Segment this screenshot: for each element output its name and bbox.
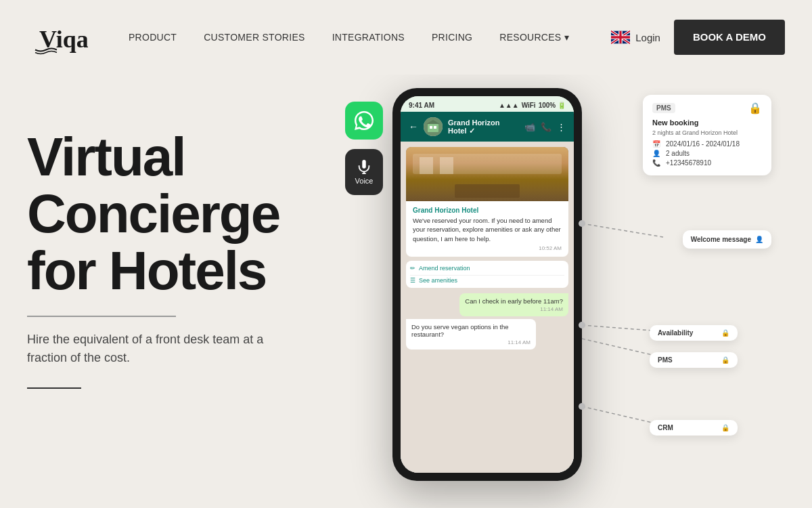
phone-screen: 9:41 AM ▲▲▲ WiFi 100% 🔋 ← [401, 96, 574, 473]
booking-phone: +12345678910 [666, 159, 711, 167]
welcome-text: We've reserved your room. If you need to… [413, 216, 562, 243]
hero-section: Virtual Concierge for Hotels Hire the eq… [0, 75, 812, 508]
person-icon: 👤 [755, 236, 763, 243]
guests-icon: 👤 [652, 150, 662, 157]
hotel-name-container: Grand Horizon Hotel ✓ [448, 119, 519, 135]
phone-icon: 📞 [652, 159, 662, 167]
voice-icon-button[interactable]: Voice [345, 149, 383, 195]
booking-date-row: 📅 2024/01/16 - 2024/01/18 [652, 140, 762, 148]
pms-new-booking-card: PMS 🔒 New booking 2 nights at Grand Hori… [643, 95, 771, 175]
nav-resources[interactable]: RESOURCES ▾ [499, 32, 569, 43]
phone-chat-header: ← Grand Horizon Hotel ✓ [401, 112, 574, 142]
welcome-hotel-name: Grand Horizon Hotel [413, 207, 562, 214]
svg-rect-3 [428, 124, 438, 132]
language-login[interactable]: Login [611, 30, 660, 44]
user-message-1-text: Can I check in early before 11am? [465, 297, 563, 305]
svg-rect-5 [434, 126, 436, 129]
back-arrow-icon[interactable]: ← [409, 121, 418, 132]
welcome-message-card: Welcome message 👤 [683, 230, 771, 249]
lock-icon-2: 🔒 [721, 329, 729, 337]
nav-integrations[interactable]: INTEGRATIONS [332, 32, 405, 43]
bot-bubble-1: Do you serve vegan options in the restau… [406, 319, 536, 350]
see-amenities-btn[interactable]: ☰ See amenities [410, 275, 564, 285]
status-icons: ▲▲▲ WiFi 100% 🔋 [499, 102, 566, 109]
chat-body[interactable]: Grand Horizon Hotel We've reserved your … [401, 142, 574, 473]
lock-icon-3: 🔒 [721, 356, 729, 364]
lock-icon-4: 🔒 [721, 424, 729, 431]
lock-icon: 🔒 [748, 102, 762, 114]
amenities-icon: ☰ [410, 277, 415, 284]
phone-time: 9:41 AM [409, 102, 434, 109]
hero-text: Virtual Concierge for Hotels Hire the eq… [27, 88, 338, 508]
svg-rect-4 [430, 126, 432, 129]
hero-title-line2: Concierge [27, 184, 279, 244]
scroll-line [27, 387, 81, 389]
booking-guests: 2 adults [666, 150, 690, 157]
nav-right: Login BOOK A DEMO [611, 20, 785, 55]
bot-message-1: Do you serve vegan options in the restau… [406, 319, 568, 350]
action-buttons: ✏ Amend reservation ☰ See amenities [406, 261, 568, 288]
booking-phone-row: 📞 +12345678910 [652, 159, 762, 167]
new-booking-title: New booking [652, 119, 762, 127]
hotel-name-header: Grand Horizon Hotel ✓ [448, 119, 519, 135]
logo-svg: Viqal [27, 17, 88, 58]
hero-visual: Voice 9:41 AM ▲▲▲ WiFi 100% 🔋 [338, 88, 785, 508]
crm-card-wrapper: CRM 🔒 [650, 420, 738, 436]
more-icon[interactable]: ⋮ [557, 122, 566, 132]
booking-date: 2024/01/16 - 2024/01/18 [666, 140, 740, 148]
card-header: PMS 🔒 [652, 102, 762, 114]
logo-link[interactable]: Viqal [27, 17, 88, 58]
phone-call-icon[interactable]: 📞 [541, 122, 551, 132]
welcome-bubble: Grand Horizon Hotel We've reserved your … [406, 201, 568, 257]
welcome-msg-card-wrapper: Welcome message 👤 [683, 230, 771, 249]
phone-frame: 9:41 AM ▲▲▲ WiFi 100% 🔋 ← [392, 88, 582, 481]
new-booking-subtitle: 2 nights at Grand Horizon Hotel [652, 129, 762, 136]
amend-reservation-btn[interactable]: ✏ Amend reservation [410, 263, 564, 273]
nav-pricing[interactable]: PRICING [432, 32, 472, 43]
phone-status-bar: 9:41 AM ▲▲▲ WiFi 100% 🔋 [401, 96, 574, 112]
voice-label: Voice [355, 177, 374, 185]
nav-product[interactable]: PRODUCT [129, 32, 177, 43]
visual-container: Voice 9:41 AM ▲▲▲ WiFi 100% 🔋 [338, 88, 785, 508]
bot-message-1-text: Do you serve vegan options in the restau… [411, 323, 531, 338]
hero-subtitle: Hire the equivalent of a front desk team… [27, 331, 298, 367]
user-message-1-time: 11:14 AM [465, 306, 563, 312]
scroll-button[interactable] [27, 387, 338, 389]
crm-card: CRM 🔒 [650, 420, 738, 436]
availability-card-wrapper: Availability 🔒 [650, 325, 738, 341]
whatsapp-icon[interactable] [345, 102, 383, 140]
amend-label: Amend reservation [419, 265, 470, 272]
book-demo-button[interactable]: BOOK A DEMO [674, 20, 785, 55]
nav-customer-stories[interactable]: CUSTOMER STORIES [204, 32, 304, 43]
hero-divider [27, 316, 176, 317]
header-icons: 📹 📞 ⋮ [524, 122, 566, 132]
login-text[interactable]: Login [635, 32, 660, 43]
availability-card: Availability 🔒 [650, 325, 738, 341]
svg-line-7 [582, 224, 663, 237]
amenities-label: See amenities [419, 277, 457, 284]
bot-message-1-time: 11:14 AM [411, 339, 531, 345]
availability-text: Availability [658, 329, 693, 337]
welcome-msg-text: Welcome message [691, 236, 751, 243]
hero-title-line1: Virtual [27, 127, 185, 187]
hotel-avatar [424, 117, 443, 136]
crm-text: CRM [658, 424, 673, 431]
new-booking-card: PMS 🔒 New booking 2 nights at Grand Hori… [643, 95, 771, 175]
user-message-1: Can I check in early before 11am? 11:14 … [406, 293, 568, 316]
hotel-image [406, 147, 568, 201]
hero-title-line3: for Hotels [27, 240, 266, 301]
pms-badge-1: PMS [652, 103, 675, 113]
hotel-message-bubble: Grand Horizon Hotel We've reserved your … [406, 147, 568, 288]
user-bubble-1: Can I check in early before 11am? 11:14 … [459, 293, 568, 316]
booking-guests-row: 👤 2 adults [652, 150, 762, 157]
hero-title: Virtual Concierge for Hotels [27, 129, 338, 299]
video-call-icon[interactable]: 📹 [524, 122, 535, 132]
calendar-icon: 📅 [652, 140, 662, 148]
nav-links: PRODUCT CUSTOMER STORIES INTEGRATIONS PR… [129, 32, 611, 43]
welcome-time: 10:52 AM [413, 245, 562, 251]
pms2-card: PMS 🔒 [650, 352, 738, 368]
svg-text:Viqal: Viqal [39, 26, 88, 53]
pms2-card-wrapper: PMS 🔒 [650, 352, 738, 368]
amend-icon: ✏ [410, 265, 415, 272]
pms2-text: PMS [658, 356, 673, 364]
